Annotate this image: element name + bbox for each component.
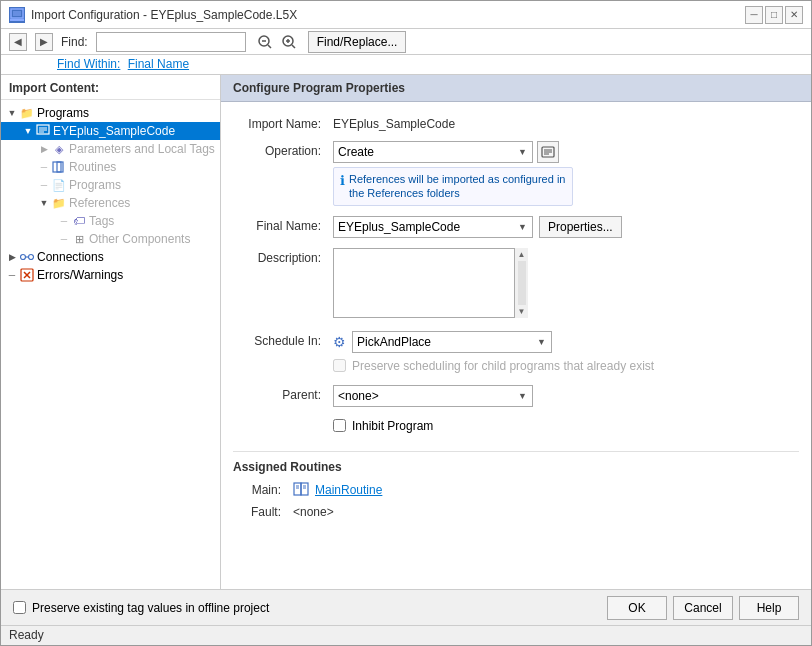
- find-within-value[interactable]: Final Name: [128, 57, 189, 71]
- tree-item-other[interactable]: ─ ⊞ Other Components: [1, 230, 220, 248]
- parent-select[interactable]: <none>: [333, 385, 533, 407]
- operation-select-wrapper: Create Update Replace: [333, 141, 533, 163]
- properties-button[interactable]: Properties...: [539, 216, 622, 238]
- inhibit-checkbox-row: Inhibit Program: [333, 417, 433, 435]
- tree-area: ▼ 📁 Programs ▼ EYEplus_: [1, 100, 220, 589]
- tree-item-eyeplus[interactable]: ▼ EYEplus_SampleCode: [1, 122, 220, 140]
- fault-routine-value: <none>: [293, 505, 334, 519]
- import-name-row: Import Name: EYEplus_SampleCode: [233, 114, 799, 131]
- fault-routine-text: <none>: [293, 505, 334, 519]
- tree-item-errors[interactable]: ─ Errors/Warnings: [1, 266, 220, 284]
- tree-item-params[interactable]: ▶ ◈ Parameters and Local Tags: [1, 140, 220, 158]
- svg-point-16: [21, 255, 26, 260]
- svg-rect-2: [10, 19, 24, 21]
- svg-rect-15: [57, 162, 63, 172]
- maximize-button[interactable]: □: [765, 6, 783, 24]
- left-panel: Import Content: ▼ 📁 Programs ▼: [1, 75, 221, 589]
- operation-select[interactable]: Create Update Replace: [333, 141, 533, 163]
- find-input[interactable]: [96, 32, 246, 52]
- main-routine-value: MainRoutine: [293, 482, 382, 499]
- find-prev-icon[interactable]: [254, 31, 276, 53]
- main-routine-link[interactable]: MainRoutine: [315, 483, 382, 497]
- ok-button[interactable]: OK: [607, 596, 667, 620]
- final-name-select[interactable]: EYEplus_SampleCode: [333, 216, 533, 238]
- description-row: Description: ▲ ▼: [233, 248, 799, 321]
- operation-extra-button[interactable]: [537, 141, 559, 163]
- folder-icon: 📁: [19, 105, 35, 121]
- scroll-up-arrow[interactable]: ▲: [518, 250, 526, 259]
- preserve-scheduling-checkbox[interactable]: [333, 359, 346, 372]
- info-text: References will be imported as configure…: [349, 172, 566, 201]
- section-header: Configure Program Properties: [221, 75, 811, 102]
- form-area: Import Name: EYEplus_SampleCode Operatio…: [221, 102, 811, 541]
- main-routine-row: Main:: [233, 482, 799, 499]
- routine-icon: [51, 159, 67, 175]
- expander-tags: ─: [57, 216, 71, 226]
- import-name-value: EYEplus_SampleCode: [333, 114, 799, 131]
- import-content-label: Import Content:: [1, 75, 220, 100]
- tree-label-programs-child: Programs: [69, 178, 121, 192]
- main-window: Import Configuration - EYEplus_SampleCod…: [0, 0, 812, 646]
- expander-programs-root: ▼: [5, 108, 19, 118]
- main-routine-label: Main:: [233, 483, 293, 497]
- operation-select-row: Create Update Replace: [333, 141, 799, 163]
- fault-routine-label: Fault:: [233, 505, 293, 519]
- find-replace-button[interactable]: Find/Replace...: [308, 31, 407, 53]
- tree-item-programs-child[interactable]: ─ 📄 Programs: [1, 176, 220, 194]
- schedule-in-select[interactable]: PickAndPlace <none>: [352, 331, 552, 353]
- minimize-button[interactable]: ─: [745, 6, 763, 24]
- svg-point-17: [29, 255, 34, 260]
- main-content: Import Content: ▼ 📁 Programs ▼: [1, 75, 811, 589]
- description-textarea[interactable]: [333, 248, 528, 318]
- scroll-down-arrow[interactable]: ▼: [518, 307, 526, 316]
- parent-label: Parent:: [233, 385, 333, 402]
- errors-icon: [19, 267, 35, 283]
- final-name-row: Final Name: EYEplus_SampleCode Propertie…: [233, 216, 799, 238]
- toolbar-icons: [254, 31, 300, 53]
- schedule-in-select-wrapper: PickAndPlace <none>: [352, 331, 552, 353]
- inhibit-label: Inhibit Program: [352, 419, 433, 433]
- svg-rect-26: [294, 483, 301, 495]
- toolbar: ◀ ▶ Find: Find/Replace...: [1, 29, 811, 55]
- info-icon: ℹ: [340, 173, 345, 188]
- expander-eyeplus: ▼: [21, 126, 35, 136]
- expander-params: ▶: [37, 144, 51, 154]
- help-button[interactable]: Help: [739, 596, 799, 620]
- find-next-icon[interactable]: [278, 31, 300, 53]
- preserve-label: Preserve existing tag values in offline …: [32, 601, 269, 615]
- tree-item-programs-root[interactable]: ▼ 📁 Programs: [1, 104, 220, 122]
- tree-label-tags: Tags: [89, 214, 114, 228]
- final-name-select-wrapper: EYEplus_SampleCode: [333, 216, 533, 238]
- back-button[interactable]: ◀: [9, 33, 27, 51]
- tree-item-references[interactable]: ▼ 📁 References: [1, 194, 220, 212]
- expander-connections: ▶: [5, 252, 19, 262]
- status-text: Ready: [9, 628, 44, 642]
- schedule-in-value-area: ⚙ PickAndPlace <none> Preserve schedulin…: [333, 331, 799, 375]
- bottom-bar: Preserve existing tag values in offline …: [1, 589, 811, 625]
- tree-label-routines: Routines: [69, 160, 116, 174]
- inhibit-checkbox[interactable]: [333, 419, 346, 432]
- preserve-scheduling-row: Preserve scheduling for child programs t…: [333, 357, 799, 375]
- tree-item-connections[interactable]: ▶ Connections: [1, 248, 220, 266]
- tree-label-programs-root: Programs: [37, 106, 89, 120]
- svg-line-7: [292, 45, 295, 48]
- cancel-button[interactable]: Cancel: [673, 596, 733, 620]
- tree-item-tags[interactable]: ─ 🏷 Tags: [1, 212, 220, 230]
- expander-errors: ─: [5, 270, 19, 280]
- preserve-checkbox[interactable]: [13, 601, 26, 614]
- right-panel: Configure Program Properties Import Name…: [221, 75, 811, 589]
- description-label: Description:: [233, 248, 333, 265]
- find-label: Find:: [61, 35, 88, 49]
- title-controls: ─ □ ✕: [745, 6, 803, 24]
- operation-value: Create Update Replace: [333, 141, 799, 206]
- close-button[interactable]: ✕: [785, 6, 803, 24]
- svg-rect-27: [301, 483, 308, 495]
- tree-item-routines[interactable]: ─ Routines: [1, 158, 220, 176]
- parent-value-area: <none>: [333, 385, 799, 407]
- expander-other: ─: [57, 234, 71, 244]
- title-bar-left: Import Configuration - EYEplus_SampleCod…: [9, 7, 297, 23]
- tree-label-eyeplus: EYEplus_SampleCode: [53, 124, 175, 138]
- program-icon: [35, 123, 51, 139]
- forward-button[interactable]: ▶: [35, 33, 53, 51]
- action-buttons: OK Cancel Help: [607, 596, 799, 620]
